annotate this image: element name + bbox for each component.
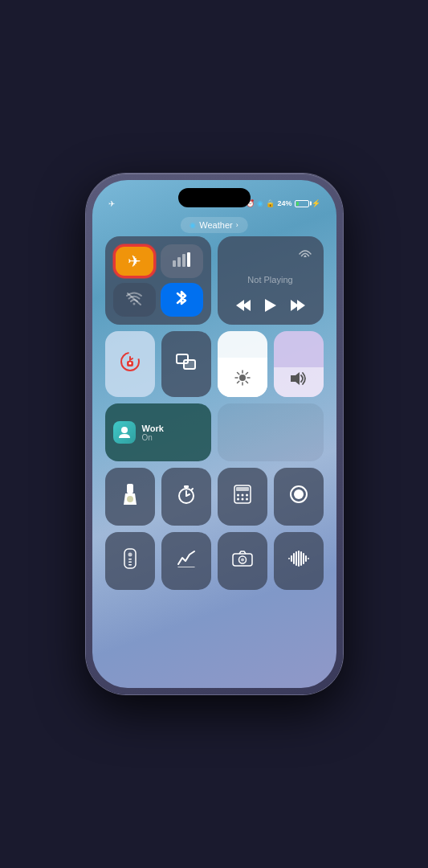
record-icon xyxy=(289,485,308,509)
airplay-row xyxy=(229,246,312,260)
sound-recognition-button[interactable] xyxy=(274,532,324,590)
focus-row: Work On xyxy=(105,403,324,461)
wifi-button[interactable] xyxy=(113,283,156,317)
svg-point-38 xyxy=(237,494,239,497)
svg-point-14 xyxy=(128,362,131,365)
stocks-button[interactable] xyxy=(161,532,211,590)
svg-rect-3 xyxy=(187,252,190,267)
battery-fill xyxy=(296,202,299,206)
svg-rect-50 xyxy=(128,564,132,566)
battery-percent: 24% xyxy=(277,199,291,207)
volume-slider[interactable] xyxy=(274,331,324,397)
svg-line-24 xyxy=(246,373,247,375)
location-icon: ◉ xyxy=(257,199,263,207)
mirror-icon xyxy=(176,354,197,375)
work-focus-button[interactable]: Work On xyxy=(105,403,211,461)
focus-text: Work On xyxy=(142,424,164,442)
dynamic-island xyxy=(178,188,251,207)
svg-point-39 xyxy=(241,494,243,497)
lock-icon-status: 🔒 xyxy=(266,199,275,207)
status-right: ⏰ ◉ 🔒 24% ⚡ xyxy=(246,199,320,207)
svg-marker-11 xyxy=(297,300,305,311)
airplane-icon: ✈ xyxy=(128,252,141,271)
charging-icon: ⚡ xyxy=(312,199,320,207)
airplane-mode-icon: ✈ xyxy=(108,199,115,208)
calculator-button[interactable] xyxy=(218,468,267,526)
next-button[interactable] xyxy=(291,299,305,315)
svg-rect-28 xyxy=(127,484,133,493)
wifi-off-icon xyxy=(125,291,143,309)
cellular-icon xyxy=(173,252,190,270)
flashlight-button[interactable] xyxy=(105,468,155,526)
svg-point-41 xyxy=(237,498,239,501)
brightness-slider[interactable] xyxy=(218,331,267,397)
camera-button[interactable] xyxy=(218,532,267,590)
lock-rotation-icon xyxy=(119,350,141,378)
svg-line-25 xyxy=(237,381,238,383)
svg-rect-37 xyxy=(236,487,249,491)
svg-point-42 xyxy=(241,498,243,501)
svg-marker-26 xyxy=(291,372,300,385)
utilities-row-1 xyxy=(105,468,324,526)
svg-point-54 xyxy=(241,559,244,562)
airplane-mode-button[interactable]: ✈ xyxy=(113,244,156,278)
camera-icon xyxy=(232,551,253,571)
bluetooth-button[interactable] xyxy=(161,283,203,317)
svg-line-23 xyxy=(246,381,247,383)
play-button[interactable] xyxy=(265,299,276,315)
volume-icon xyxy=(290,371,308,389)
focus-icon xyxy=(113,421,136,444)
media-controls xyxy=(229,299,312,315)
svg-rect-48 xyxy=(128,559,132,560)
remote-button[interactable] xyxy=(105,532,155,590)
phone-frame: ✈ ⏰ ◉ 🔒 24% ⚡ ◉ Weather › xyxy=(86,174,343,694)
svg-line-35 xyxy=(191,489,193,490)
svg-point-30 xyxy=(127,496,133,502)
svg-rect-1 xyxy=(177,257,181,267)
phone-screen: ✈ ⏰ ◉ 🔒 24% ⚡ ◉ Weather › xyxy=(92,180,336,688)
timer-button[interactable] xyxy=(161,468,211,526)
cellular-button[interactable] xyxy=(161,244,203,278)
svg-point-17 xyxy=(239,375,246,381)
focus-label: Work xyxy=(142,424,164,433)
utilities-row-2 xyxy=(105,532,324,590)
now-playing-block: Not Playing xyxy=(218,236,324,325)
stocks-icon xyxy=(177,550,196,572)
brightness-icon xyxy=(234,370,251,389)
connectivity-block: ✈ xyxy=(105,236,211,325)
flashlight-icon xyxy=(121,484,139,510)
empty-slot xyxy=(218,403,324,461)
remote-icon xyxy=(124,548,137,574)
svg-rect-0 xyxy=(173,260,176,267)
svg-point-47 xyxy=(128,553,132,557)
control-center: ✈ xyxy=(105,236,324,656)
top-row: ✈ xyxy=(105,236,324,325)
weather-label: Weather xyxy=(199,220,232,230)
lock-rotation-button[interactable] xyxy=(105,331,155,397)
svg-rect-49 xyxy=(128,562,132,563)
svg-rect-34 xyxy=(184,485,189,488)
weather-arrow: › xyxy=(236,221,238,229)
svg-marker-9 xyxy=(265,299,276,312)
svg-rect-2 xyxy=(182,254,185,267)
previous-button[interactable] xyxy=(236,299,251,315)
svg-point-4 xyxy=(133,303,136,305)
location-dot-icon: ◉ xyxy=(190,221,196,229)
svg-marker-6 xyxy=(304,255,307,257)
calculator-icon xyxy=(234,485,251,509)
now-playing-status: Not Playing xyxy=(229,260,312,299)
svg-rect-16 xyxy=(184,360,195,369)
svg-point-27 xyxy=(121,427,128,433)
weather-pill[interactable]: ◉ Weather › xyxy=(180,217,247,233)
screen-record-button[interactable] xyxy=(274,468,324,526)
battery-body xyxy=(295,200,309,207)
bluetooth-icon xyxy=(175,289,188,311)
focus-sublabel: On xyxy=(142,433,164,442)
svg-point-40 xyxy=(246,494,248,497)
svg-line-22 xyxy=(237,373,238,375)
airplay-icon[interactable] xyxy=(298,246,312,260)
svg-point-43 xyxy=(246,498,248,501)
middle-row xyxy=(105,331,324,397)
screen-mirror-button[interactable] xyxy=(161,331,211,397)
status-left: ✈ xyxy=(108,199,115,208)
